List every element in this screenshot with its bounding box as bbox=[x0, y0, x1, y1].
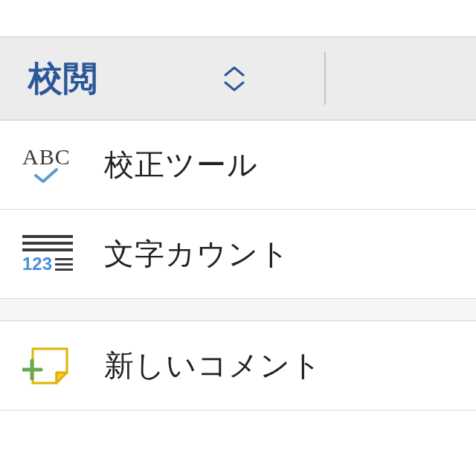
tab-switch-chevrons[interactable] bbox=[223, 65, 245, 93]
menu-item-proofing[interactable]: ABC 校正ツール bbox=[0, 120, 476, 210]
word-count-icon: 123 bbox=[22, 235, 73, 273]
ribbon-tab-title: 校閲 bbox=[28, 56, 98, 102]
menu-item-word-count[interactable]: 123 文字カウント bbox=[0, 210, 476, 299]
menu-item-label: 文字カウント bbox=[104, 234, 290, 274]
spellcheck-icon: ABC bbox=[22, 146, 71, 184]
menu-item-new-comment[interactable]: 新しいコメント bbox=[0, 321, 476, 411]
menu-item-label: 校正ツール bbox=[104, 144, 258, 185]
ribbon-tab-header[interactable]: 校閲 bbox=[0, 37, 476, 120]
new-comment-icon bbox=[22, 346, 70, 386]
header-divider bbox=[324, 52, 326, 105]
menu-item-label: 新しいコメント bbox=[104, 345, 322, 386]
chevron-down-icon bbox=[223, 80, 245, 93]
group-separator bbox=[0, 299, 476, 321]
chevron-up-icon bbox=[223, 65, 245, 78]
